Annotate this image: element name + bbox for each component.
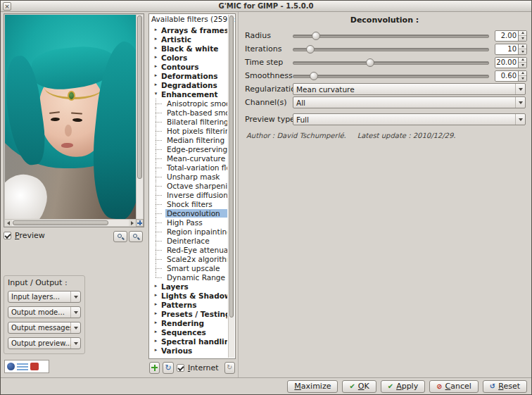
slider-knob[interactable] — [312, 32, 320, 40]
preview-image[interactable] — [5, 15, 136, 219]
refresh-filters-button[interactable]: ↻ — [163, 362, 173, 374]
chevron-down-icon — [70, 322, 80, 333]
preview-checkbox[interactable] — [4, 232, 11, 239]
filter-tree-item[interactable]: Artistic — [150, 35, 227, 44]
spin-up-button[interactable] — [519, 31, 526, 37]
spinbox-value: 10 — [495, 44, 518, 54]
slider-track[interactable] — [293, 44, 489, 55]
filters-header: Available filters (259) : — [149, 14, 235, 25]
filter-tree-item[interactable]: Red-Eye attenuation — [150, 245, 227, 254]
button-icon — [436, 383, 442, 390]
maximize-button[interactable]: Maximize — [287, 380, 338, 393]
output-preview-dropdown[interactable]: Output preview... — [8, 337, 81, 349]
param-combobox[interactable]: Mean curvature — [293, 83, 526, 95]
filter-tree-item[interactable]: Layers — [150, 282, 227, 291]
internet-checkbox[interactable] — [177, 364, 184, 372]
filter-tree-item[interactable]: Black & white — [150, 44, 227, 53]
filter-tree-item[interactable]: Spectral handling — [150, 337, 227, 346]
filter-tree-item[interactable]: Median filtering — [150, 135, 227, 144]
ok-button[interactable]: OK — [342, 380, 376, 393]
spin-up-button[interactable] — [519, 44, 526, 50]
filter-tree-item[interactable]: Deinterlace — [150, 236, 227, 245]
filter-tree-item[interactable]: Smart upscale — [150, 263, 227, 272]
preview-horizontal-scrollbar[interactable] — [5, 219, 136, 226]
filter-tree-item[interactable]: Edge-preserving flow — [150, 144, 227, 153]
spin-down-button[interactable] — [519, 63, 526, 68]
filter-tree-item[interactable]: Anisotropic smoothing — [150, 99, 227, 108]
filter-tree-item[interactable]: Colors — [150, 53, 227, 62]
filter-tree-item[interactable]: Arrays & frames — [150, 25, 227, 35]
chevron-down-icon — [515, 114, 525, 125]
filter-tree-item[interactable]: Sequences — [150, 327, 227, 337]
channels-combobox: Channel(s) All — [241, 96, 528, 109]
filter-tree-item[interactable]: Various — [150, 346, 227, 355]
scrollbar-thumb[interactable] — [229, 15, 234, 318]
scrollbar-thumb[interactable] — [137, 15, 142, 179]
slider-track[interactable] — [293, 30, 489, 42]
slider-knob[interactable] — [306, 45, 315, 54]
filter-tree-item[interactable]: Rendering — [150, 318, 227, 327]
scroll-right-arrow-icon[interactable] — [129, 220, 136, 226]
spinbox-buttons — [518, 58, 526, 68]
filter-tree-item[interactable]: Octave sharpening — [150, 181, 227, 190]
chevron-down-icon — [515, 84, 525, 94]
apply-button[interactable]: Apply — [381, 380, 425, 393]
slider-knob[interactable] — [310, 72, 318, 80]
filter-tree-item[interactable]: Shock filters — [150, 199, 227, 208]
filter-tree-item[interactable]: Lights & Shadows — [150, 291, 227, 300]
filter-tree-item[interactable]: Enhancement — [150, 89, 227, 99]
update-filters-button[interactable]: ↻ — [224, 362, 235, 374]
expander-icon — [152, 337, 160, 346]
panel-splitter[interactable] — [238, 12, 239, 377]
filter-tree-item[interactable]: Hot pixels filtering — [150, 126, 227, 135]
internet-checkbox-row[interactable]: Internet — [177, 363, 219, 372]
filter-tree-item[interactable]: Deconvolution — [150, 208, 227, 218]
filter-tree-item[interactable]: Scale2x algorithm — [150, 254, 227, 263]
value-spinbox[interactable]: 10 — [495, 44, 527, 55]
preview-vertical-scrollbar[interactable] — [136, 15, 143, 219]
cancel-button[interactable]: Cancel — [429, 380, 479, 393]
value-spinbox[interactable]: 0.60 — [495, 70, 527, 82]
add-fave-button[interactable] — [149, 362, 160, 374]
filter-tree-item[interactable]: Region inpainting — [150, 227, 227, 236]
slider-knob[interactable] — [366, 58, 374, 67]
param-combobox[interactable]: All — [293, 96, 526, 108]
param-combobox[interactable]: Full — [293, 113, 526, 125]
filter-tree-item[interactable]: Unsharp mask — [150, 172, 227, 181]
slider-track[interactable] — [293, 70, 489, 82]
spin-down-button[interactable] — [519, 36, 526, 41]
filter-tree-item[interactable]: Mean-curvature flow — [150, 153, 227, 163]
expander-icon — [152, 318, 160, 327]
spin-down-button[interactable] — [519, 76, 526, 81]
reset-button[interactable]: Reset — [483, 380, 527, 393]
filter-tree-item[interactable]: Inverse diffusion — [150, 190, 227, 199]
filter-tree-item[interactable]: Deformations — [150, 71, 227, 80]
filter-tree-item[interactable]: Contours — [150, 62, 227, 71]
zoom-out-button[interactable] — [113, 231, 127, 242]
pan-cross-icon[interactable] — [136, 219, 144, 227]
value-spinbox[interactable]: 20.00 — [495, 57, 527, 68]
value-spinbox[interactable]: 2.00 — [495, 30, 527, 42]
scrollbar-thumb[interactable] — [13, 220, 108, 225]
filters-scrollbar[interactable] — [228, 15, 234, 358]
greyc-logo-icon — [7, 363, 15, 370]
slider-track[interactable] — [293, 57, 489, 68]
input-layers-dropdown[interactable]: Input layers... — [8, 291, 81, 303]
filter-tree-item[interactable]: High Pass — [150, 218, 227, 227]
filter-tree-item[interactable]: Presets / Testing — [150, 309, 227, 318]
output-mode-dropdown[interactable]: Output mode... — [8, 306, 81, 318]
spin-up-button[interactable] — [519, 71, 526, 77]
output-messages-dropdown[interactable]: Output messages... — [8, 322, 81, 334]
filter-tree-item[interactable]: Dynamic Range Increase — [150, 272, 227, 282]
filter-tree-item[interactable]: Total-variation flow — [150, 163, 227, 172]
scroll-left-arrow-icon[interactable] — [5, 220, 12, 226]
spin-up-button[interactable] — [519, 58, 526, 63]
scrollbar-trough[interactable] — [12, 220, 129, 226]
filter-tree-item[interactable]: Bilateral filtering — [150, 117, 227, 126]
filter-tree-item[interactable]: Degradations — [150, 80, 227, 89]
spin-down-button[interactable] — [519, 49, 526, 54]
filter-tree-item[interactable]: Patch-based smoothing — [150, 108, 227, 117]
zoom-in-button[interactable] — [129, 231, 143, 242]
slider-label: Smoothness — [245, 71, 293, 80]
filter-tree-item[interactable]: Patterns — [150, 300, 227, 309]
